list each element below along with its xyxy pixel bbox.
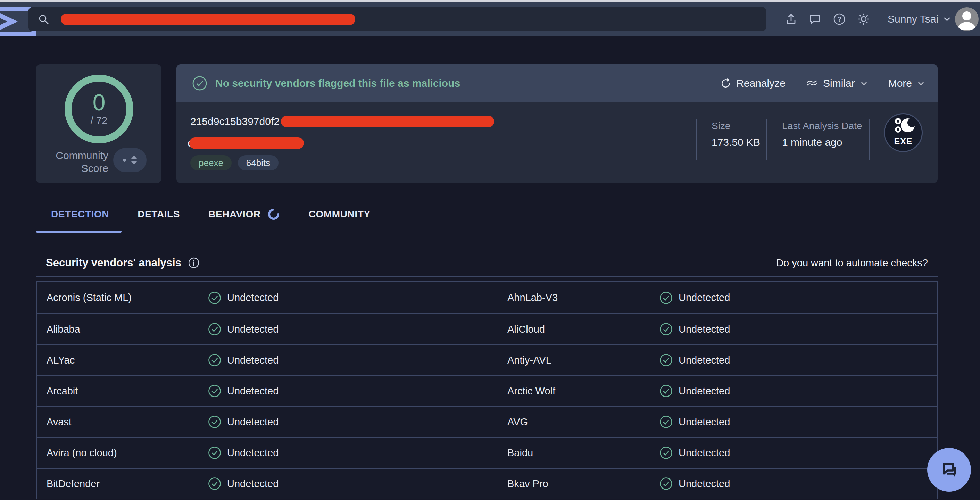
vote-down-icon[interactable] [131,161,137,165]
loading-spinner-icon [267,208,280,221]
redacted-hash [281,116,494,127]
tag-64bits[interactable]: 64bits [238,155,278,170]
vendor-name: AhnLab-V3 [498,292,659,304]
tab-details[interactable]: DETAILS [137,209,180,220]
size-value: 173.50 KB [711,137,760,148]
vendor-status: Undetected [659,415,937,429]
chevron-down-icon [942,14,951,24]
check-circle-icon [208,415,221,429]
check-circle-icon [208,384,221,398]
redacted-search-query [61,14,355,25]
user-menu[interactable]: Sunny Tsai [888,2,951,36]
comment-icon[interactable] [808,13,822,26]
vendor-status: Undetected [659,477,937,490]
vendor-status: Undetected [659,384,937,398]
tab-detection[interactable]: DETECTION [51,209,109,220]
user-name-label: Sunny Tsai [888,13,938,25]
info-divider [767,119,767,160]
vendor-status: Undetected [208,477,498,490]
vendor-status: Undetected [208,384,498,398]
check-circle-icon [208,353,221,367]
vendor-name: Avira (no cloud) [37,447,208,459]
vendor-status: Undetected [208,322,498,336]
file-summary-card: No security vendors flagged this file as… [177,64,938,183]
search-icon [38,14,50,25]
analysis-title: Security vendors' analysis [46,256,181,269]
vendor-name: Arctic Wolf [498,385,659,397]
info-divider [696,119,697,160]
tab-behavior[interactable]: BEHAVIOR [208,208,280,221]
table-row: Avira (no cloud) Undetected Baidu Undete… [37,437,937,468]
vendor-name: Baidu [498,447,659,459]
more-button[interactable]: More [888,77,925,89]
check-circle-icon [659,446,673,460]
vote-up-icon[interactable] [131,156,137,159]
chat-support-button[interactable] [927,448,971,492]
vendor-status: Undetected [208,446,498,460]
verdict-message: No security vendors flagged this file as… [215,77,460,89]
similar-button[interactable]: Similar [806,77,868,89]
table-row: ALYac Undetected Antiy-AVL Undetected [37,344,937,375]
chevron-down-icon [917,79,925,88]
vendor-name: AliCloud [498,323,659,335]
reanalyze-button[interactable]: Reanalyze [720,77,786,89]
chat-bubbles-icon [938,459,960,481]
last-analysis-value: 1 minute ago [782,137,862,148]
file-name-row[interactable]: d [188,137,304,149]
check-circle-icon [208,322,221,336]
check-circle-icon [659,415,673,429]
file-tags: peexe 64bits [190,155,278,170]
detection-score-card: 0 / 72 Community Score [36,64,161,183]
upload-icon[interactable] [784,13,798,26]
toolbar-divider [775,11,775,28]
vendor-status: Undetected [659,446,937,460]
vendor-name: Arcabit [37,385,208,397]
community-vote-widget[interactable] [113,148,146,172]
svg-text:?: ? [837,15,842,23]
check-circle-icon [208,477,221,490]
vendor-analysis-table: Acronis (Static ML) Undetected AhnLab-V3… [36,281,938,498]
check-circle-icon [659,384,673,398]
automate-checks-link[interactable]: Do you want to automate checks? [776,257,928,269]
table-row: Arcabit Undetected Arctic Wolf Undetecte… [37,375,937,406]
file-hash-row[interactable]: 215d9c15b397d0f2 [190,116,494,127]
info-icon[interactable] [188,256,200,269]
community-score-label: Community Score [36,149,108,175]
vendor-status: Undetected [659,291,937,305]
check-circle-icon [659,353,673,367]
check-circle-icon [659,322,673,336]
vendor-status: Undetected [208,353,498,367]
tag-peexe[interactable]: peexe [190,155,232,170]
table-row: Avast Undetected AVG Undetected [37,406,937,437]
table-row: BitDefender Undetected Bkav Pro Undetect… [37,468,937,498]
file-size-block: Size 173.50 KB [711,121,760,148]
vendor-name: Antiy-AVL [498,355,659,366]
vote-dot-icon [123,159,126,162]
check-circle-icon [192,75,208,91]
theme-brightness-icon[interactable] [857,13,870,26]
file-type-exe-icon: EXE [884,113,923,152]
browser-edge-strip [0,0,980,2]
last-analysis-label: Last Analysis Date [782,121,862,132]
vendor-name: AVG [498,416,659,428]
toolbar-divider [878,11,879,28]
info-divider [869,119,870,160]
top-navigation-bar: ? Sunny Tsai [0,2,980,36]
check-circle-icon [659,477,673,490]
verdict-banner: No security vendors flagged this file as… [177,64,938,102]
help-icon[interactable]: ? [833,13,846,26]
vendor-name: ALYac [37,355,208,366]
vendor-status: Undetected [208,415,498,429]
vendor-name: Acronis (Static ML) [37,292,208,304]
search-input[interactable] [28,7,767,31]
report-tabs: DETECTION DETAILS BEHAVIOR COMMUNITY [51,208,371,221]
check-circle-icon [659,291,673,305]
tab-community[interactable]: COMMUNITY [309,209,371,220]
last-analysis-block: Last Analysis Date 1 minute ago [782,121,862,148]
check-circle-icon [208,291,221,305]
avatar[interactable] [955,7,978,31]
vendor-status: Undetected [208,291,498,305]
size-label: Size [711,121,760,132]
vendor-name: Alibaba [37,323,208,335]
vendor-name: Avast [37,416,208,428]
